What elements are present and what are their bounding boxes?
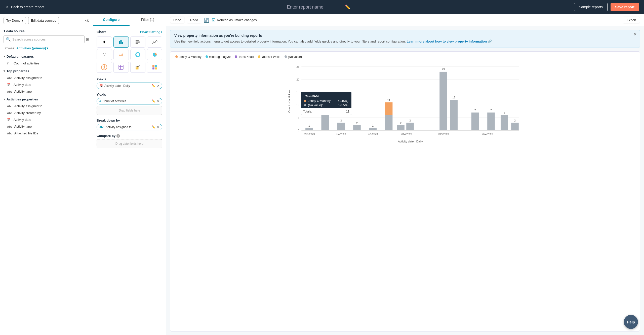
- undo-button[interactable]: Undo: [170, 17, 184, 23]
- xaxis-section: X-axis 📅 Activity date - Daily ✏️ ✕: [97, 77, 162, 89]
- redo-button[interactable]: Redo: [187, 17, 201, 23]
- banner-link[interactable]: Learn more about how to view property in…: [407, 40, 487, 43]
- yaxis-chip[interactable]: # Count of activities ✏️ ✕: [97, 98, 162, 104]
- field-label: Activity assigned to: [14, 104, 42, 108]
- left-panel: Try Demo ▾ Edit data sources ≪ 1 data so…: [0, 14, 93, 335]
- legend-item: Tarek Khalil: [235, 55, 254, 59]
- refresh-icon[interactable]: 🔄: [204, 17, 209, 23]
- section-top-properties[interactable]: ▾ Top properties: [0, 67, 93, 75]
- svg-rect-14: [137, 66, 138, 69]
- filter-icon[interactable]: ⊞: [86, 37, 89, 42]
- svg-point-8: [137, 54, 139, 56]
- list-item[interactable]: # Count of activities: [0, 60, 93, 67]
- svg-rect-13: [136, 67, 137, 69]
- list-item[interactable]: 📅 Activity date: [0, 81, 93, 88]
- svg-rect-47: [406, 123, 414, 130]
- svg-rect-53: [471, 113, 479, 130]
- search-bar[interactable]: 🔍: [4, 35, 85, 43]
- right-panel: Undo Redo 🔄 ☑ Refresh as I make changes …: [166, 14, 644, 335]
- back-button[interactable]: Back to create report: [5, 5, 44, 9]
- edit-xaxis-icon[interactable]: ✏️: [152, 84, 155, 88]
- text-icon: Abc: [7, 111, 12, 115]
- close-yaxis-icon[interactable]: ✕: [157, 99, 159, 103]
- svg-rect-2: [122, 42, 123, 44]
- list-item[interactable]: Abc Activity type: [0, 88, 93, 95]
- list-item[interactable]: Abc Activity assigned to: [0, 103, 93, 109]
- xaxis-label: X-axis: [97, 77, 162, 81]
- edit-sources-button[interactable]: Edit data sources: [28, 17, 59, 24]
- chart-type-magic[interactable]: ✦: [97, 36, 112, 48]
- configure-scroll: Chart Chart Settings ✦ ∵: [93, 26, 166, 335]
- list-item[interactable]: Abc Activity type: [0, 123, 93, 130]
- svg-rect-5: [136, 43, 138, 44]
- edit-yaxis-icon[interactable]: ✏️: [152, 99, 155, 103]
- refresh-label: Refresh as I make changes: [217, 18, 257, 22]
- text-icon: Abc: [7, 125, 12, 128]
- info-icon: i: [116, 134, 120, 138]
- field-label: Activity created by: [14, 111, 41, 115]
- scatter-icon: ∵: [103, 52, 106, 57]
- breakdown-section: Break down by Abc Activity assigned to ✏…: [97, 119, 162, 130]
- section-activities-properties[interactable]: ▾ Activities properties: [0, 95, 93, 103]
- svg-text:1: 1: [308, 124, 310, 127]
- sample-reports-button[interactable]: Sample reports: [574, 3, 608, 11]
- list-item[interactable]: 📅 Activity date: [0, 116, 93, 123]
- close-breakdown-icon[interactable]: ✕: [157, 125, 159, 129]
- list-item[interactable]: Abc Activity created by: [0, 109, 93, 116]
- chart-type-scatter[interactable]: ∵: [97, 49, 112, 60]
- right-toolbar: Undo Redo 🔄 ☑ Refresh as I make changes …: [166, 14, 644, 26]
- save-report-button[interactable]: Save report: [611, 3, 639, 11]
- close-xaxis-icon[interactable]: ✕: [157, 84, 159, 88]
- chart-type-donut[interactable]: [130, 49, 146, 60]
- chart-settings-link[interactable]: Chart Settings: [140, 30, 162, 34]
- svg-rect-38: [353, 125, 361, 130]
- yaxis-label: Y-axis: [97, 93, 162, 96]
- chart-type-pivot[interactable]: [147, 62, 162, 73]
- svg-text:7/4/2023: 7/4/2023: [336, 133, 346, 136]
- chart-svg-wrap: Count of activities 25 20 15 10 5 0: [170, 59, 640, 158]
- svg-text:7: 7: [474, 109, 476, 112]
- tab-configure[interactable]: Configure: [93, 14, 130, 26]
- svg-text:3: 3: [340, 119, 342, 122]
- chart-type-bar[interactable]: [113, 36, 129, 48]
- svg-rect-59: [511, 123, 519, 130]
- compare-drag-field: Drag date fields here: [97, 139, 162, 148]
- list-item[interactable]: Abc Attached file IDs: [0, 130, 93, 137]
- section-default-measures[interactable]: ▾ Default measures: [0, 52, 93, 60]
- chart-type-area[interactable]: [113, 49, 129, 60]
- chart-type-single-number[interactable]: 1: [97, 62, 112, 73]
- svg-rect-32: [305, 128, 313, 130]
- magic-icon: ✦: [102, 39, 106, 45]
- chevron-down-icon: ▾: [4, 55, 5, 58]
- svg-marker-6: [119, 53, 123, 56]
- calendar-icon: 📅: [99, 84, 103, 88]
- collapse-icon[interactable]: ≪: [85, 18, 89, 23]
- try-demo-button[interactable]: Try Demo ▾: [4, 17, 26, 24]
- compare-label: Compare by i: [97, 134, 162, 138]
- chart-type-table[interactable]: [113, 62, 129, 73]
- svg-rect-55: [487, 113, 495, 130]
- legend-item: Youssef Walid: [258, 55, 280, 59]
- search-icon: 🔍: [6, 37, 11, 42]
- xaxis-chip[interactable]: 📅 Activity date - Daily ✏️ ✕: [97, 83, 162, 89]
- export-button[interactable]: Export: [623, 17, 640, 23]
- tab-filter[interactable]: Filter (1): [130, 14, 166, 26]
- list-item[interactable]: Abc Activity assigned to: [0, 75, 93, 81]
- browse-activities-link[interactable]: Activities (primary) ▾: [16, 46, 48, 50]
- edit-breakdown-icon[interactable]: ✏️: [152, 125, 155, 129]
- chart-type-horizontal-bar[interactable]: [130, 36, 146, 48]
- pencil-icon[interactable]: ✏️: [345, 4, 350, 10]
- chart-type-combo[interactable]: [130, 62, 146, 73]
- report-name-input[interactable]: [267, 5, 343, 10]
- breakdown-chip[interactable]: Abc Activity assigned to ✏️ ✕: [97, 124, 162, 130]
- search-input[interactable]: [12, 38, 82, 41]
- chart-label: Chart: [97, 30, 106, 34]
- yaxis-drag-field: Drag fields here: [97, 106, 162, 115]
- chevron-down-icon: ▾: [4, 69, 5, 73]
- close-banner-button[interactable]: ✕: [633, 32, 637, 36]
- help-button[interactable]: Help: [624, 315, 638, 329]
- chart-type-line[interactable]: [147, 36, 162, 48]
- svg-text:Activity date - Daily: Activity date - Daily: [398, 139, 423, 143]
- chart-type-pie[interactable]: [147, 49, 162, 60]
- text-icon: Abc: [99, 126, 104, 129]
